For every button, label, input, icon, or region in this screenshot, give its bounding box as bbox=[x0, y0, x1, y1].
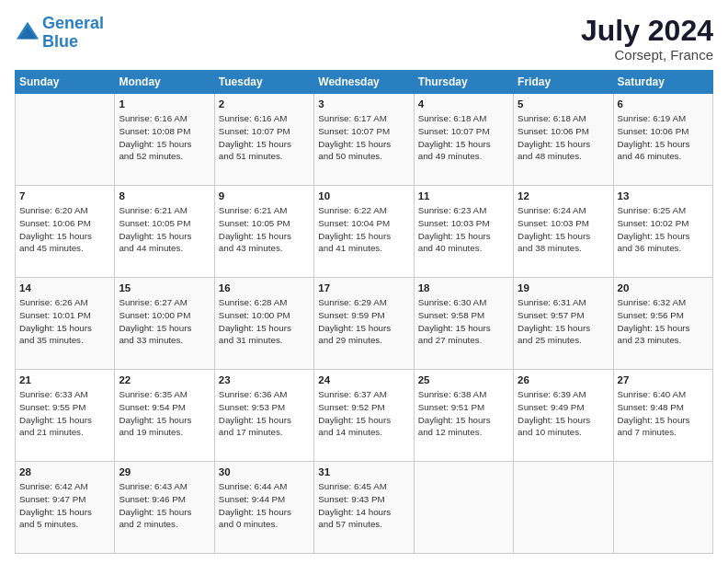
day-number: 2 bbox=[219, 97, 310, 111]
day-number: 22 bbox=[119, 373, 210, 387]
calendar-cell: 13Sunrise: 6:25 AMSunset: 10:02 PMDaylig… bbox=[613, 186, 712, 278]
calendar-cell: 11Sunrise: 6:23 AMSunset: 10:03 PMDaylig… bbox=[414, 186, 513, 278]
day-number: 24 bbox=[318, 373, 409, 387]
day-number: 14 bbox=[19, 281, 110, 295]
calendar-week-row: 1Sunrise: 6:16 AMSunset: 10:08 PMDayligh… bbox=[16, 94, 713, 186]
calendar-cell bbox=[414, 462, 513, 554]
calendar-cell: 9Sunrise: 6:21 AMSunset: 10:05 PMDayligh… bbox=[214, 186, 313, 278]
day-info: Sunrise: 6:33 AMSunset: 9:55 PMDaylight:… bbox=[19, 388, 110, 439]
day-info: Sunrise: 6:21 AMSunset: 10:05 PMDaylight… bbox=[119, 204, 210, 255]
main-title: July 2024 bbox=[581, 15, 713, 47]
day-number: 11 bbox=[418, 189, 509, 203]
calendar-week-row: 7Sunrise: 6:20 AMSunset: 10:06 PMDayligh… bbox=[16, 186, 713, 278]
day-info: Sunrise: 6:39 AMSunset: 9:49 PMDaylight:… bbox=[518, 388, 609, 439]
calendar-cell: 12Sunrise: 6:24 AMSunset: 10:03 PMDaylig… bbox=[514, 186, 613, 278]
logo-text: General Blue bbox=[42, 15, 104, 52]
day-number: 21 bbox=[19, 373, 110, 387]
day-number: 8 bbox=[119, 189, 210, 203]
day-info: Sunrise: 6:16 AMSunset: 10:07 PMDaylight… bbox=[219, 112, 310, 163]
calendar-cell: 10Sunrise: 6:22 AMSunset: 10:04 PMDaylig… bbox=[314, 186, 414, 278]
day-info: Sunrise: 6:44 AMSunset: 9:44 PMDaylight:… bbox=[219, 480, 310, 531]
day-number: 3 bbox=[318, 97, 409, 111]
day-info: Sunrise: 6:38 AMSunset: 9:51 PMDaylight:… bbox=[418, 388, 509, 439]
day-number: 5 bbox=[518, 97, 609, 111]
title-block: July 2024 Corsept, France bbox=[581, 15, 713, 63]
day-number: 17 bbox=[318, 281, 409, 295]
day-info: Sunrise: 6:36 AMSunset: 9:53 PMDaylight:… bbox=[219, 388, 310, 439]
day-number: 10 bbox=[318, 189, 409, 203]
day-number: 9 bbox=[219, 189, 310, 203]
calendar-cell: 23Sunrise: 6:36 AMSunset: 9:53 PMDayligh… bbox=[214, 370, 313, 462]
logo: General Blue bbox=[15, 15, 104, 52]
calendar-cell: 22Sunrise: 6:35 AMSunset: 9:54 PMDayligh… bbox=[115, 370, 214, 462]
calendar-cell: 14Sunrise: 6:26 AMSunset: 10:01 PMDaylig… bbox=[16, 278, 115, 370]
day-info: Sunrise: 6:20 AMSunset: 10:06 PMDaylight… bbox=[19, 204, 110, 255]
calendar-week-row: 21Sunrise: 6:33 AMSunset: 9:55 PMDayligh… bbox=[16, 370, 713, 462]
calendar-day-header: Sunday bbox=[16, 71, 115, 94]
header: General Blue July 2024 Corsept, France bbox=[15, 15, 713, 63]
day-number: 23 bbox=[219, 373, 310, 387]
calendar-cell: 4Sunrise: 6:18 AMSunset: 10:07 PMDayligh… bbox=[414, 94, 513, 186]
day-info: Sunrise: 6:25 AMSunset: 10:02 PMDaylight… bbox=[618, 204, 709, 255]
day-info: Sunrise: 6:45 AMSunset: 9:43 PMDaylight:… bbox=[318, 480, 409, 531]
day-info: Sunrise: 6:40 AMSunset: 9:48 PMDaylight:… bbox=[618, 388, 709, 439]
day-number: 18 bbox=[418, 281, 509, 295]
day-info: Sunrise: 6:30 AMSunset: 9:58 PMDaylight:… bbox=[418, 296, 509, 347]
calendar-table: SundayMondayTuesdayWednesdayThursdayFrid… bbox=[15, 70, 713, 554]
day-info: Sunrise: 6:17 AMSunset: 10:07 PMDaylight… bbox=[318, 112, 409, 163]
calendar-day-header: Wednesday bbox=[314, 71, 414, 94]
calendar-cell: 26Sunrise: 6:39 AMSunset: 9:49 PMDayligh… bbox=[514, 370, 613, 462]
day-number: 4 bbox=[418, 97, 509, 111]
day-info: Sunrise: 6:22 AMSunset: 10:04 PMDaylight… bbox=[318, 204, 409, 255]
day-number: 26 bbox=[518, 373, 609, 387]
day-info: Sunrise: 6:19 AMSunset: 10:06 PMDaylight… bbox=[618, 112, 709, 163]
calendar-cell: 30Sunrise: 6:44 AMSunset: 9:44 PMDayligh… bbox=[214, 462, 313, 554]
day-number: 16 bbox=[219, 281, 310, 295]
day-number: 1 bbox=[119, 97, 210, 111]
calendar-week-row: 28Sunrise: 6:42 AMSunset: 9:47 PMDayligh… bbox=[16, 462, 713, 554]
day-info: Sunrise: 6:37 AMSunset: 9:52 PMDaylight:… bbox=[318, 388, 409, 439]
calendar-cell: 18Sunrise: 6:30 AMSunset: 9:58 PMDayligh… bbox=[414, 278, 513, 370]
day-number: 20 bbox=[618, 281, 709, 295]
day-info: Sunrise: 6:35 AMSunset: 9:54 PMDaylight:… bbox=[119, 388, 210, 439]
day-info: Sunrise: 6:27 AMSunset: 10:00 PMDaylight… bbox=[119, 296, 210, 347]
day-info: Sunrise: 6:18 AMSunset: 10:07 PMDaylight… bbox=[418, 112, 509, 163]
calendar-cell: 29Sunrise: 6:43 AMSunset: 9:46 PMDayligh… bbox=[115, 462, 214, 554]
calendar-cell: 17Sunrise: 6:29 AMSunset: 9:59 PMDayligh… bbox=[314, 278, 414, 370]
day-info: Sunrise: 6:16 AMSunset: 10:08 PMDaylight… bbox=[119, 112, 210, 163]
day-number: 15 bbox=[119, 281, 210, 295]
page: General Blue July 2024 Corsept, France S… bbox=[0, 0, 728, 563]
calendar-cell: 6Sunrise: 6:19 AMSunset: 10:06 PMDayligh… bbox=[613, 94, 712, 186]
calendar-cell: 25Sunrise: 6:38 AMSunset: 9:51 PMDayligh… bbox=[414, 370, 513, 462]
calendar-day-header: Saturday bbox=[613, 71, 712, 94]
day-number: 19 bbox=[518, 281, 609, 295]
day-number: 13 bbox=[618, 189, 709, 203]
calendar-day-header: Thursday bbox=[414, 71, 513, 94]
day-number: 25 bbox=[418, 373, 509, 387]
day-number: 30 bbox=[219, 465, 310, 479]
day-number: 27 bbox=[618, 373, 709, 387]
calendar-cell bbox=[514, 462, 613, 554]
calendar-cell: 24Sunrise: 6:37 AMSunset: 9:52 PMDayligh… bbox=[314, 370, 414, 462]
calendar-cell: 8Sunrise: 6:21 AMSunset: 10:05 PMDayligh… bbox=[115, 186, 214, 278]
calendar-week-row: 14Sunrise: 6:26 AMSunset: 10:01 PMDaylig… bbox=[16, 278, 713, 370]
calendar-cell: 20Sunrise: 6:32 AMSunset: 9:56 PMDayligh… bbox=[613, 278, 712, 370]
calendar-day-header: Friday bbox=[514, 71, 613, 94]
day-number: 12 bbox=[518, 189, 609, 203]
day-info: Sunrise: 6:43 AMSunset: 9:46 PMDaylight:… bbox=[119, 480, 210, 531]
day-info: Sunrise: 6:31 AMSunset: 9:57 PMDaylight:… bbox=[518, 296, 609, 347]
day-info: Sunrise: 6:21 AMSunset: 10:05 PMDaylight… bbox=[219, 204, 310, 255]
logo-icon bbox=[15, 20, 40, 46]
calendar-cell: 27Sunrise: 6:40 AMSunset: 9:48 PMDayligh… bbox=[613, 370, 712, 462]
calendar-cell: 1Sunrise: 6:16 AMSunset: 10:08 PMDayligh… bbox=[115, 94, 214, 186]
calendar-cell: 2Sunrise: 6:16 AMSunset: 10:07 PMDayligh… bbox=[214, 94, 313, 186]
calendar-cell: 19Sunrise: 6:31 AMSunset: 9:57 PMDayligh… bbox=[514, 278, 613, 370]
calendar-cell: 31Sunrise: 6:45 AMSunset: 9:43 PMDayligh… bbox=[314, 462, 414, 554]
calendar-cell: 7Sunrise: 6:20 AMSunset: 10:06 PMDayligh… bbox=[16, 186, 115, 278]
calendar-cell: 21Sunrise: 6:33 AMSunset: 9:55 PMDayligh… bbox=[16, 370, 115, 462]
calendar-cell bbox=[613, 462, 712, 554]
calendar-day-header: Tuesday bbox=[214, 71, 313, 94]
day-info: Sunrise: 6:26 AMSunset: 10:01 PMDaylight… bbox=[19, 296, 110, 347]
subtitle: Corsept, France bbox=[581, 47, 713, 63]
day-number: 7 bbox=[19, 189, 110, 203]
